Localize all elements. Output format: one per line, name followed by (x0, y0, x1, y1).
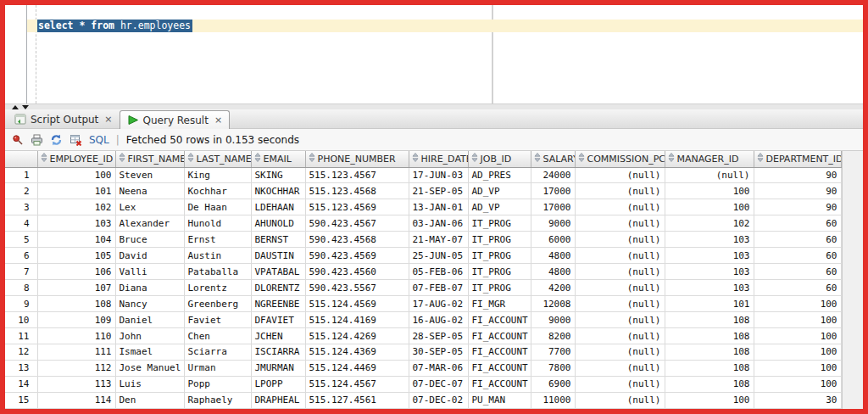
table-cell[interactable]: IT_PROG (468, 232, 531, 248)
table-cell[interactable]: 30-SEP-05 (409, 344, 468, 360)
table-cell[interactable]: Hunold (184, 215, 251, 232)
vertical-scrollbar-track[interactable] (842, 151, 864, 409)
table-cell[interactable]: IT_PROG (468, 264, 531, 280)
row-number-cell[interactable]: 12 (5, 344, 37, 360)
table-cell[interactable]: 114 (37, 392, 115, 408)
row-number-cell[interactable]: 10 (5, 312, 37, 328)
table-cell[interactable]: 100 (754, 312, 841, 328)
column-header-hire_date[interactable]: HIRE_DATE (409, 151, 468, 167)
table-cell[interactable]: (null) (575, 360, 665, 376)
table-cell[interactable]: 07-MAR-06 (409, 360, 468, 376)
table-cell[interactable]: 111 (37, 344, 115, 360)
row-number-cell[interactable]: 15 (5, 392, 37, 408)
table-cell[interactable]: 17-AUG-02 (409, 296, 468, 312)
table-cell[interactable]: 13-JAN-01 (409, 199, 468, 215)
table-cell[interactable]: (null) (575, 167, 665, 183)
table-cell[interactable]: 109 (37, 312, 115, 328)
table-cell[interactable]: 112 (37, 360, 115, 376)
table-cell[interactable]: Chen (184, 328, 251, 344)
table-cell[interactable]: 108 (665, 376, 754, 392)
column-header-department_id[interactable]: DEPARTMENT_ID (754, 151, 841, 167)
table-cell[interactable]: 590.423.5567 (305, 280, 409, 296)
table-cell[interactable]: (null) (575, 199, 665, 215)
row-number-cell[interactable]: 3 (5, 199, 37, 215)
table-cell[interactable]: 110 (37, 328, 115, 344)
table-cell[interactable]: IT_PROG (468, 215, 531, 232)
table-cell[interactable]: AD_VP (468, 199, 531, 215)
table-cell[interactable]: 12008 (531, 296, 575, 312)
table-cell[interactable]: 4800 (531, 264, 575, 280)
table-cell[interactable]: 11000 (531, 392, 575, 408)
sql-editor[interactable]: select * from hr.employees (5, 5, 863, 104)
table-cell[interactable]: 102 (37, 199, 115, 215)
table-cell[interactable]: 90 (754, 167, 841, 183)
sort-icon[interactable] (412, 153, 419, 165)
table-cell[interactable]: DAUSTIN (251, 248, 305, 264)
table-cell[interactable]: 515.124.4567 (305, 376, 409, 392)
table-cell[interactable]: Neena (115, 183, 184, 199)
table-cell[interactable]: Faviet (184, 312, 251, 328)
sort-icon[interactable] (534, 153, 541, 165)
table-cell[interactable]: 102 (665, 215, 754, 232)
table-cell[interactable]: Raphaely (184, 392, 251, 408)
table-cell[interactable]: Kochhar (184, 183, 251, 199)
table-cell[interactable]: 60 (754, 232, 841, 248)
table-cell[interactable]: 515.124.4369 (305, 344, 409, 360)
horizontal-splitter[interactable] (5, 104, 863, 109)
table-cell[interactable]: DFAVIET (251, 312, 305, 328)
table-cell[interactable]: 515.123.4567 (305, 167, 409, 183)
table-cell[interactable]: 108 (665, 312, 754, 328)
table-cell[interactable]: 108 (665, 360, 754, 376)
sort-icon[interactable] (757, 153, 764, 165)
table-cell[interactable]: 05-FEB-06 (409, 264, 468, 280)
table-cell[interactable]: 515.124.4169 (305, 312, 409, 328)
table-cell[interactable]: (null) (575, 215, 665, 232)
table-cell[interactable]: Lex (115, 199, 184, 215)
table-cell[interactable]: Austin (184, 248, 251, 264)
row-number-cell[interactable]: 7 (5, 264, 37, 280)
table-cell[interactable]: 103 (665, 280, 754, 296)
table-cell[interactable]: 60 (754, 280, 841, 296)
tab-query-result[interactable]: Query Result × (120, 110, 231, 129)
table-cell[interactable]: 101 (37, 183, 115, 199)
table-cell[interactable]: 24000 (531, 167, 575, 183)
table-cell[interactable]: DLORENTZ (251, 280, 305, 296)
table-cell[interactable]: NKOCHHAR (251, 183, 305, 199)
table-cell[interactable]: Nancy (115, 296, 184, 312)
table-cell[interactable]: (null) (575, 232, 665, 248)
row-number-cell[interactable]: 5 (5, 232, 37, 248)
table-cell[interactable]: (null) (575, 392, 665, 408)
print-icon[interactable] (31, 134, 43, 146)
table-cell[interactable]: (null) (575, 296, 665, 312)
table-cell[interactable]: King (184, 167, 251, 183)
table-cell[interactable]: 104 (37, 232, 115, 248)
table-cell[interactable]: 103 (665, 232, 754, 248)
table-cell[interactable]: 100 (665, 183, 754, 199)
table-cell[interactable]: (null) (575, 312, 665, 328)
table-cell[interactable]: 6900 (531, 376, 575, 392)
row-number-cell[interactable]: 11 (5, 328, 37, 344)
table-cell[interactable]: (null) (575, 376, 665, 392)
table-cell[interactable]: (null) (575, 183, 665, 199)
table-cell[interactable]: (null) (575, 328, 665, 344)
table-cell[interactable]: (null) (575, 280, 665, 296)
sort-icon[interactable] (41, 153, 47, 165)
sort-icon[interactable] (254, 153, 261, 165)
column-header-employee_id[interactable]: EMPLOYEE_ID (37, 151, 115, 167)
column-header-last_name[interactable]: LAST_NAME (184, 151, 251, 167)
row-number-cell[interactable]: 2 (5, 183, 37, 199)
row-number-cell[interactable]: 4 (5, 215, 37, 232)
table-cell[interactable]: 515.123.4568 (305, 183, 409, 199)
table-cell[interactable]: Ismael (115, 344, 184, 360)
table-cell[interactable]: 60 (754, 264, 841, 280)
table-cell[interactable]: 90 (754, 183, 841, 199)
table-cell[interactable]: 07-DEC-02 (409, 392, 468, 408)
table-cell[interactable]: Alexander (115, 215, 184, 232)
pin-icon[interactable] (12, 134, 24, 146)
table-cell[interactable]: 107 (37, 280, 115, 296)
sort-icon[interactable] (471, 153, 478, 165)
table-cell[interactable]: (null) (575, 248, 665, 264)
table-cell[interactable]: Steven (115, 167, 184, 183)
table-cell[interactable]: 17000 (531, 183, 575, 199)
table-cell[interactable]: 590.423.4569 (305, 248, 409, 264)
